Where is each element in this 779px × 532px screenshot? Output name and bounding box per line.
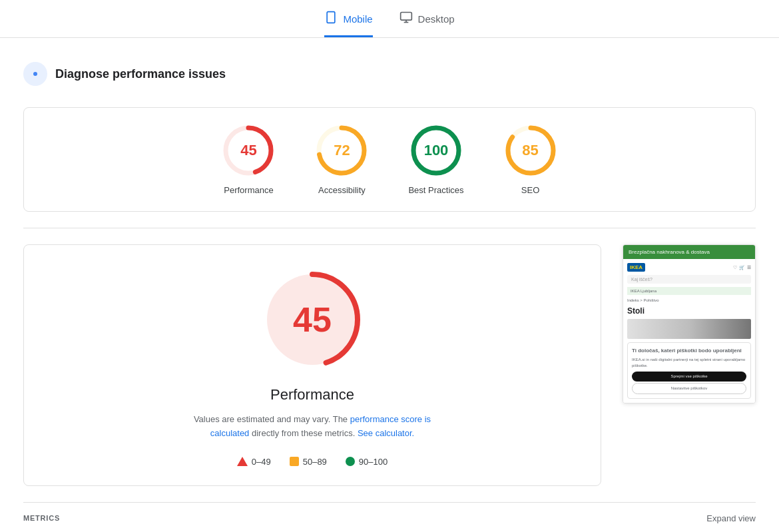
- calculator-link[interactable]: See calculator.: [358, 428, 414, 438]
- legend-low: 0–49: [237, 457, 271, 467]
- big-score-title: Performance: [270, 386, 354, 403]
- preview-cookie-text: IKEA.si in naši digitalni partnerji na t…: [632, 357, 746, 369]
- tab-desktop-label: Desktop: [418, 13, 455, 25]
- expand-view-button[interactable]: Expand view: [706, 513, 756, 523]
- score-circle-best-practices: 100: [409, 124, 463, 177]
- score-item-performance: 45 Performance: [222, 124, 275, 195]
- preview-search: Kaj iščeš?: [627, 275, 751, 284]
- legend-triangle-icon: [237, 457, 248, 466]
- tab-bar: Mobile Desktop: [0, 0, 779, 38]
- score-label-accessibility: Accessibility: [318, 185, 366, 195]
- metrics-header: METRICS Expand view: [23, 513, 756, 523]
- divider: [23, 228, 756, 228]
- metrics-section: METRICS Expand view First Contentful Pai…: [23, 502, 756, 532]
- score-value-accessibility: 72: [334, 142, 350, 159]
- preview-content: IKEA ♡ 🛒 ☰ Kaj iščeš? IKEA Ljubljana Ind…: [623, 259, 755, 403]
- score-item-accessibility: 72 Accessibility: [315, 124, 368, 195]
- preview-store: IKEA Ljubljana: [627, 287, 751, 295]
- preview-cookie-btn2: Nastavitve piškotkov: [632, 383, 746, 394]
- tab-mobile[interactable]: Mobile: [324, 11, 372, 37]
- legend-high: 90–100: [346, 457, 388, 467]
- preview-cookie-box: Ti določaš, kateri piškotki bodo uporabl…: [627, 342, 751, 399]
- score-value-performance: 45: [240, 142, 256, 159]
- preview-panel: Brezplačna nakhranova & dostava IKEA ♡ 🛒…: [623, 244, 756, 486]
- score-value-best-practices: 100: [424, 142, 449, 159]
- big-score-value: 45: [293, 300, 332, 340]
- preview-browser-bar: Brezplačna nakhranova & dostava: [623, 245, 755, 259]
- legend-row: 0–49 50–89 90–100: [237, 457, 388, 467]
- score-item-seo: 85 SEO: [504, 124, 557, 195]
- score-circle-performance: 45: [222, 124, 275, 177]
- legend-low-range: 0–49: [252, 457, 271, 467]
- diagnose-header: Diagnose performance issues: [23, 51, 756, 97]
- main-section: Diagnose performance issues 45 Performan…: [10, 51, 769, 532]
- svg-rect-0: [328, 12, 336, 23]
- preview-icons: ♡ 🛒 ☰: [733, 265, 751, 270]
- svg-point-6: [33, 72, 37, 76]
- tab-desktop[interactable]: Desktop: [399, 11, 455, 37]
- score-label-performance: Performance: [224, 185, 273, 195]
- preview-logo-row: IKEA ♡ 🛒 ☰: [627, 263, 751, 272]
- desktop-icon: [399, 11, 413, 27]
- score-card: 45 Performance 72 Accessibility: [23, 107, 756, 212]
- score-description: Values are estimated and may vary. The p…: [186, 413, 439, 441]
- score-circle-accessibility: 72: [315, 124, 368, 177]
- legend-mid-range: 50–89: [303, 457, 327, 467]
- score-circle-seo: 85: [504, 124, 557, 177]
- preview-browser-text: Brezplačna nakhranova & dostava: [629, 249, 750, 255]
- diagnose-icon: [23, 62, 47, 86]
- preview-screenshot: Brezplačna nakhranova & dostava IKEA ♡ 🛒…: [623, 244, 756, 403]
- big-score-circle: 45: [259, 266, 366, 373]
- score-label-seo: SEO: [521, 185, 539, 195]
- description-text-2: directly from these metrics.: [249, 428, 358, 438]
- score-label-best-practices: Best Practices: [408, 185, 463, 195]
- legend-high-range: 90–100: [359, 457, 388, 467]
- preview-nav: Indeks > Pohištvo: [627, 298, 751, 302]
- legend-circle-icon: [346, 457, 355, 466]
- legend-square-icon: [290, 457, 299, 466]
- preview-image: [627, 319, 751, 339]
- score-item-best-practices: 100 Best Practices: [408, 124, 463, 195]
- description-text-1: Values are estimated and may vary. The: [194, 414, 350, 424]
- legend-mid: 50–89: [290, 457, 327, 467]
- diagnose-title: Diagnose performance issues: [55, 67, 226, 81]
- preview-cookie-btn1: Sprejmi vse piškotke: [632, 372, 746, 382]
- score-value-seo: 85: [522, 142, 538, 159]
- metrics-label: METRICS: [23, 514, 60, 522]
- score-row: 45 Performance 72 Accessibility: [40, 124, 739, 195]
- preview-cookie-title: Ti določaš, kateri piškotki bodo uporabl…: [632, 347, 746, 355]
- mobile-icon: [324, 11, 338, 27]
- preview-heading: Stoli: [627, 306, 751, 316]
- main-content: 45 Performance Values are estimated and …: [23, 244, 756, 486]
- svg-rect-2: [400, 13, 411, 21]
- ikea-logo: IKEA: [627, 263, 645, 272]
- tab-mobile-label: Mobile: [343, 13, 372, 25]
- performance-panel: 45 Performance Values are estimated and …: [23, 244, 601, 486]
